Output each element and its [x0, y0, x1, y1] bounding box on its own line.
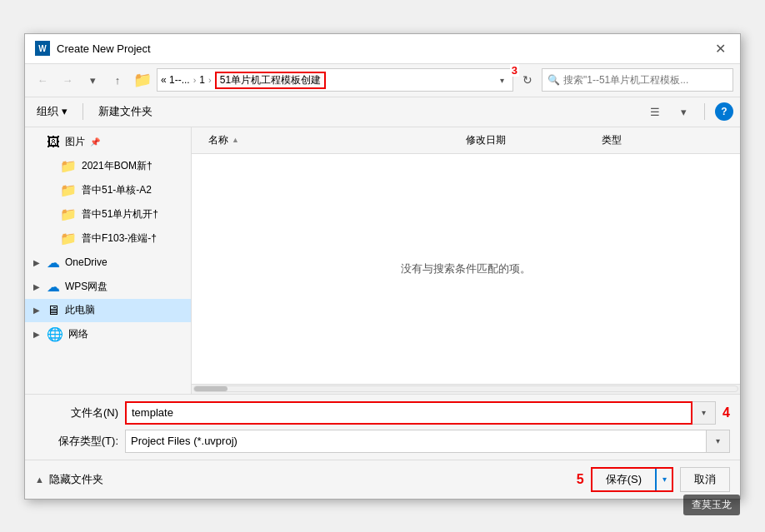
save-button-container: 保存(S) ▾ — [591, 467, 673, 492]
sidebar-item-label: 2021年BOM新† — [82, 159, 152, 173]
title-bar: W Create New Project ✕ — [25, 34, 740, 64]
separator — [82, 103, 83, 120]
expand-icon: ▶ — [32, 306, 42, 315]
separator2 — [704, 103, 705, 120]
sidebar-item-bom[interactable]: 📁 2021年BOM新† — [25, 154, 191, 178]
filetype-row: 保存类型(T): ▾ — [35, 430, 730, 453]
sidebar-item-thispc[interactable]: ▶ 🖥 此电脑 — [25, 299, 191, 322]
horizontal-scrollbar[interactable] — [192, 384, 740, 394]
file-area: 名称 ▲ 修改日期 类型 没有与搜索条件匹配的项。 — [192, 127, 740, 394]
search-icon: 🔍 — [548, 74, 560, 86]
scrollbar-thumb[interactable] — [194, 386, 228, 391]
sidebar-item-pz51a2[interactable]: 📁 普中51-单核-A2 — [25, 178, 191, 202]
nav-dropdown-button[interactable]: ▾ — [82, 69, 103, 91]
col-header-name[interactable]: 名称 ▲ — [202, 131, 459, 150]
command-bar: 组织 ▾ 新建文件夹 ☰ ▾ ? — [25, 97, 740, 127]
refresh-button[interactable]: ↻ — [517, 69, 538, 91]
footer-buttons: 5 保存(S) ▾ 取消 — [577, 467, 730, 492]
breadcrumb-highlighted[interactable]: 51单片机工程模板创建 — [215, 72, 326, 89]
view-mode-button[interactable]: ☰ — [644, 101, 666, 122]
scrollbar-track — [193, 385, 738, 392]
save-badge: 5 — [577, 472, 584, 487]
filename-dropdown[interactable]: ▾ — [692, 401, 716, 425]
sort-arrow: ▲ — [232, 136, 239, 144]
pin-icon: 📌 — [90, 137, 100, 147]
organize-button[interactable]: 组织 ▾ — [32, 101, 72, 122]
view-dropdown-button[interactable]: ▾ — [672, 101, 694, 122]
expand-icon: ▶ — [32, 258, 42, 267]
app-icon: W — [35, 41, 50, 56]
sidebar-item-pz51[interactable]: 📁 普中51单片机开† — [25, 202, 191, 226]
column-headers: 名称 ▲ 修改日期 类型 — [192, 127, 740, 154]
new-folder-button[interactable]: 新建文件夹 — [93, 101, 158, 122]
filetype-input[interactable] — [125, 430, 707, 453]
search-input[interactable] — [563, 74, 728, 86]
save-button[interactable]: 保存(S) — [592, 472, 655, 487]
sidebar-item-pzf103[interactable]: 📁 普中F103-准端-† — [25, 226, 191, 251]
filename-row: 文件名(N) ▾ 4 — [35, 401, 730, 425]
sidebar-item-wps[interactable]: ▶ ☁ WPS网盘 — [25, 275, 191, 299]
dialog-title: Create New Project — [57, 42, 710, 55]
footer: ▲ 隐藏文件夹 5 保存(S) ▾ 取消 — [25, 460, 740, 499]
pictures-icon: 🖼 — [47, 135, 60, 150]
hide-folders-label: 隐藏文件夹 — [49, 472, 103, 487]
main-area: 🖼 图片 📌 📁 2021年BOM新† 📁 普中51-单核-A2 📁 普中51单… — [25, 127, 740, 394]
navigation-toolbar: ← → ▾ ↑ 📁 « 1--... › 1 › 51单片机工程模板创建 3 — [25, 64, 740, 97]
network-icon: 🌐 — [47, 326, 63, 342]
folder-icon: 📁 — [133, 71, 152, 89]
sidebar-item-label: 图片 — [65, 135, 85, 149]
collapse-icon[interactable]: ▲ — [35, 475, 44, 485]
filename-badge: 4 — [722, 405, 730, 420]
file-content-area: 没有与搜索条件匹配的项。 — [192, 154, 740, 384]
filetype-input-wrap: ▾ — [125, 430, 730, 453]
empty-message: 没有与搜索条件匹配的项。 — [401, 261, 531, 276]
sidebar-item-label: 普中F103-准端-† — [82, 231, 157, 246]
expand-icon: ▶ — [32, 282, 42, 291]
folder-icon: 📁 — [60, 182, 77, 198]
computer-icon: 🖥 — [47, 303, 60, 318]
wps-icon: ☁ — [47, 279, 60, 295]
sidebar-item-pictures[interactable]: 🖼 图片 📌 — [25, 131, 191, 154]
sidebar-item-label: 网络 — [68, 327, 88, 341]
breadcrumb-part2: 1 — [199, 74, 205, 86]
sidebar-item-label: 此电脑 — [65, 303, 95, 317]
filename-input-wrap: ▾ — [125, 401, 716, 425]
folder-icon: 📁 — [60, 206, 77, 222]
bottom-fields-area: 文件名(N) ▾ 4 保存类型(T): ▾ — [25, 394, 740, 460]
sidebar-item-label: OneDrive — [65, 256, 108, 268]
save-dropdown-button[interactable]: ▾ — [655, 469, 672, 490]
col-header-type[interactable]: 类型 — [595, 131, 731, 150]
sidebar-item-onedrive[interactable]: ▶ ☁ OneDrive — [25, 251, 191, 275]
watermark: 查莫玉龙 — [683, 495, 740, 515]
breadcrumb-part1: « 1--... — [161, 74, 190, 86]
footer-left: ▲ 隐藏文件夹 — [35, 472, 570, 487]
expand-icon: ▶ — [32, 330, 42, 339]
help-button[interactable]: ? — [715, 102, 733, 121]
forward-button[interactable]: → — [57, 69, 78, 91]
col-header-date[interactable]: 修改日期 — [459, 131, 595, 150]
sidebar-item-label: 普中51-单核-A2 — [82, 183, 152, 197]
folder-icon: 📁 — [60, 231, 77, 246]
onedrive-icon: ☁ — [47, 255, 60, 271]
close-button[interactable]: ✕ — [710, 38, 730, 58]
back-button[interactable]: ← — [32, 69, 53, 91]
up-button[interactable]: ↑ — [107, 69, 128, 91]
breadcrumb-dropdown-button[interactable]: ▾ — [494, 72, 509, 87]
filetype-label: 保存类型(T): — [35, 434, 118, 449]
folder-icon: 📁 — [60, 158, 77, 174]
filename-label: 文件名(N) — [35, 405, 118, 420]
sidebar-item-network[interactable]: ▶ 🌐 网络 — [25, 322, 191, 346]
search-box: 🔍 — [542, 68, 733, 92]
sidebar-item-label: 普中51单片机开† — [82, 207, 158, 221]
breadcrumb-badge: 3 — [510, 64, 519, 77]
sidebar-item-label: WPS网盘 — [65, 280, 108, 294]
breadcrumb-bar[interactable]: « 1--... › 1 › 51单片机工程模板创建 3 ▾ — [157, 68, 513, 92]
cancel-button[interactable]: 取消 — [680, 467, 730, 492]
filename-input[interactable] — [125, 401, 692, 425]
filetype-dropdown[interactable]: ▾ — [707, 430, 730, 453]
dialog-window: W Create New Project ✕ ← → ▾ ↑ 📁 « 1--..… — [24, 33, 741, 500]
sidebar: 🖼 图片 📌 📁 2021年BOM新† 📁 普中51-单核-A2 📁 普中51单… — [25, 127, 192, 394]
